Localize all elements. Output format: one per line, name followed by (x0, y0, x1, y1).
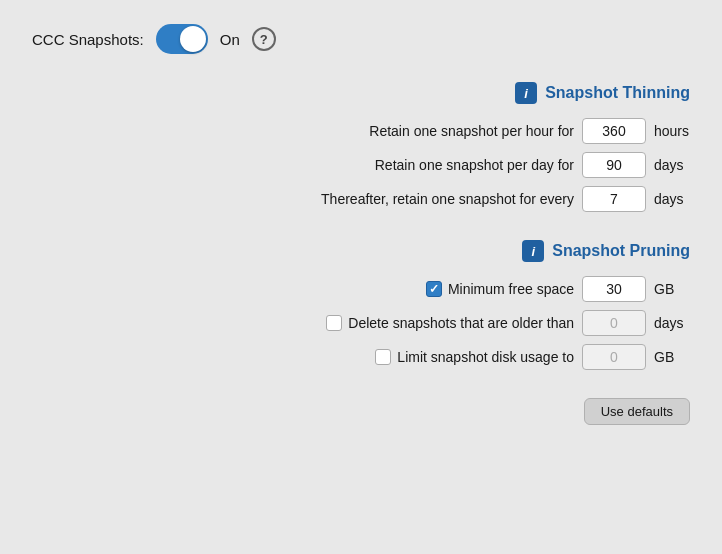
pruning-checkbox-1[interactable] (326, 315, 342, 331)
help-button[interactable]: ? (252, 27, 276, 51)
thinning-unit-0: hours (654, 123, 690, 139)
thinning-info-icon[interactable]: i (515, 82, 537, 104)
pruning-label-0: Minimum free space (448, 281, 574, 297)
snapshot-pruning-section: i Snapshot Pruning Minimum free space GB… (32, 240, 690, 370)
pruning-input-0[interactable] (582, 276, 646, 302)
thinning-label-0: Retain one snapshot per hour for (369, 123, 574, 139)
pruning-row-2: Limit snapshot disk usage to GB (32, 344, 690, 370)
thinning-input-0[interactable] (582, 118, 646, 144)
ccc-snapshots-label: CCC Snapshots: (32, 31, 144, 48)
pruning-checkbox-container-0: Minimum free space (426, 281, 574, 297)
thinning-input-2[interactable] (582, 186, 646, 212)
bottom-row: Use defaults (32, 398, 690, 425)
pruning-label-2: Limit snapshot disk usage to (397, 349, 574, 365)
use-defaults-button[interactable]: Use defaults (584, 398, 690, 425)
pruning-row-0: Minimum free space GB (32, 276, 690, 302)
thinning-header: i Snapshot Thinning (32, 82, 690, 104)
thinning-title: Snapshot Thinning (545, 84, 690, 102)
thinning-label-2: Thereafter, retain one snapshot for ever… (321, 191, 574, 207)
pruning-unit-1: days (654, 315, 690, 331)
thinning-row-2: Thereafter, retain one snapshot for ever… (32, 186, 690, 212)
pruning-input-2 (582, 344, 646, 370)
pruning-checkbox-container-1: Delete snapshots that are older than (326, 315, 574, 331)
thinning-input-1[interactable] (582, 152, 646, 178)
snapshot-thinning-section: i Snapshot Thinning Retain one snapshot … (32, 82, 690, 212)
pruning-checkbox-container-2: Limit snapshot disk usage to (375, 349, 574, 365)
pruning-checkbox-2[interactable] (375, 349, 391, 365)
pruning-input-1 (582, 310, 646, 336)
pruning-row-1: Delete snapshots that are older than day… (32, 310, 690, 336)
pruning-header: i Snapshot Pruning (32, 240, 690, 262)
pruning-label-1: Delete snapshots that are older than (348, 315, 574, 331)
toggle-on-label: On (220, 31, 240, 48)
thinning-row-1: Retain one snapshot per day for days (32, 152, 690, 178)
thinning-row-0: Retain one snapshot per hour for hours (32, 118, 690, 144)
ccc-snapshots-toggle[interactable] (156, 24, 208, 54)
thinning-label-1: Retain one snapshot per day for (375, 157, 574, 173)
pruning-unit-0: GB (654, 281, 690, 297)
thinning-unit-2: days (654, 191, 690, 207)
toggle-row: CCC Snapshots: On ? (32, 24, 690, 54)
pruning-title: Snapshot Pruning (552, 242, 690, 260)
pruning-checkbox-0[interactable] (426, 281, 442, 297)
pruning-info-icon[interactable]: i (522, 240, 544, 262)
pruning-unit-2: GB (654, 349, 690, 365)
thinning-unit-1: days (654, 157, 690, 173)
